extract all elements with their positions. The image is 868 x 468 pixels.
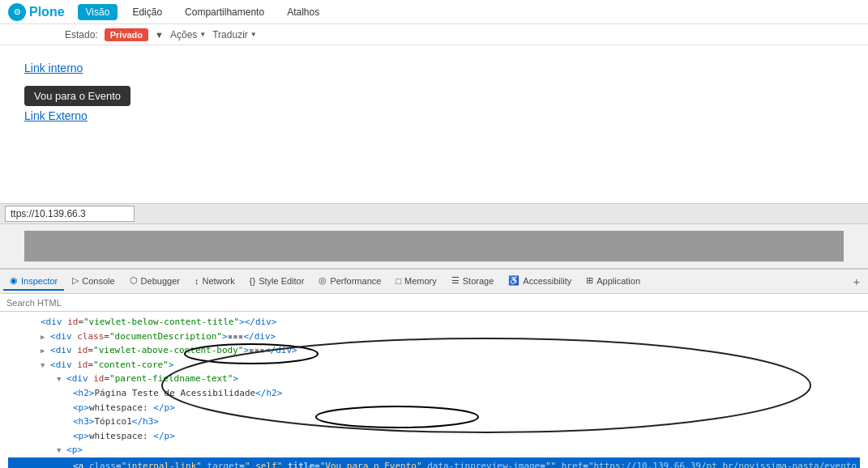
style-editor-label: Style Editor — [259, 276, 304, 286]
html-line-5: ▼ <div id="parent-fieldname-text"> — [8, 372, 860, 386]
main-content-area: Link interno Vou para o Evento Link Exte… — [0, 45, 868, 203]
memory-label: Memory — [404, 276, 437, 286]
style-editor-icon: {} — [250, 276, 255, 286]
devtools-tab-storage[interactable]: ☰ Storage — [445, 272, 501, 291]
application-label: Application — [596, 276, 640, 286]
application-icon: ⊞ — [586, 275, 593, 286]
html-line-1: <div id="viewlet-below-content-title"></… — [8, 315, 860, 330]
traduzir-dropdown[interactable]: Traduzir — [212, 29, 257, 40]
devtools-tab-accessibility[interactable]: ♿ Accessibility — [502, 272, 578, 291]
estado-badge: Privado — [105, 28, 148, 41]
accessibility-label: Accessibility — [523, 276, 571, 286]
network-icon: ↕ — [195, 276, 199, 286]
storage-label: Storage — [463, 276, 494, 286]
top-navigation-bar: ⊙ Plone Visão Edição Compartilhamento At… — [0, 0, 868, 24]
accessibility-icon: ♿ — [508, 275, 520, 286]
url-text: ttps://10.139.66.3 — [5, 206, 135, 222]
html-line-6: <h2>Página Teste de Acessibilidade</h2> — [8, 386, 860, 401]
memory-icon: □ — [396, 276, 401, 286]
second-navigation-bar: Estado: Privado ▼ Ações Traduzir — [0, 24, 868, 45]
html-line-3: ▶ <div id="viewlet-above-content-body">▪… — [8, 343, 860, 358]
url-bar: ttps://10.139.66.3 — [0, 203, 868, 224]
inspector-icon: ◉ — [10, 275, 18, 286]
network-label: Network — [202, 276, 234, 286]
plone-logo: ⊙ Plone — [8, 3, 65, 21]
devtools-tab-performance[interactable]: ◎ Performance — [312, 272, 387, 291]
devtools-tab-debugger[interactable]: ⬡ Debugger — [123, 272, 186, 291]
link-externo[interactable]: Link Externo — [24, 109, 88, 122]
html-line-9: <p>whitespace: </p> — [8, 429, 860, 444]
image-placeholder — [24, 231, 844, 262]
devtools-tab-memory[interactable]: □ Memory — [389, 273, 443, 291]
devtools-tab-network[interactable]: ↕ Network — [188, 273, 242, 291]
devtools-html-content: <div id="viewlet-below-content-title"></… — [0, 312, 868, 468]
html-line-2: ▶ <div class="documentDescription">▪▪▪</… — [8, 330, 860, 344]
html-line-11-selected[interactable]: <a class="internal-link" target="_self" … — [8, 457, 860, 468]
devtools-tab-style-editor[interactable]: {} Style Editor — [243, 273, 311, 291]
debugger-label: Debugger — [141, 276, 180, 286]
console-label: Console — [82, 276, 114, 286]
devtools-tab-console[interactable]: ▷ Console — [66, 272, 121, 291]
html-line-10: ▼ <p> — [8, 443, 860, 457]
plone-logo-text: Plone — [29, 5, 65, 19]
devtools-toolbar: ◉ Inspector ▷ Console ⬡ Debugger ↕ Netwo… — [0, 270, 868, 294]
performance-icon: ◎ — [319, 275, 327, 286]
inspector-label: Inspector — [21, 276, 58, 286]
plone-logo-icon: ⊙ — [8, 3, 26, 21]
acoes-dropdown[interactable]: Ações — [170, 29, 206, 40]
devtools-tab-inspector[interactable]: ◉ Inspector — [3, 272, 64, 291]
storage-icon: ☰ — [451, 275, 460, 286]
tab-compartilhamento[interactable]: Compartilhamento — [177, 4, 272, 20]
console-icon: ▷ — [72, 275, 79, 286]
devtools-tab-application[interactable]: ⊞ Application — [579, 272, 647, 291]
html-line-8: <h3>Tópico1</h3> — [8, 415, 860, 429]
debugger-icon: ⬡ — [130, 275, 138, 286]
html-line-7: <p>whitespace: </p> — [8, 401, 860, 415]
tab-edicao[interactable]: Edição — [124, 4, 170, 20]
html-area: <div id="viewlet-below-content-title"></… — [0, 312, 868, 468]
html-line-4: ▼ <div id="content-core"> — [8, 358, 860, 372]
html-search-input[interactable] — [0, 294, 868, 312]
link-interno[interactable]: Link interno — [24, 62, 83, 74]
tooltip-box: Vou para o Evento — [24, 86, 130, 106]
devtools-close-button[interactable]: + — [849, 272, 865, 291]
tab-visao[interactable]: Visão — [78, 4, 118, 20]
performance-label: Performance — [330, 276, 381, 286]
estado-label: Estado: — [65, 29, 98, 40]
devtools-panel: ◉ Inspector ▷ Console ⬡ Debugger ↕ Netwo… — [0, 268, 868, 468]
tab-atalhos[interactable]: Atalhos — [279, 4, 327, 20]
